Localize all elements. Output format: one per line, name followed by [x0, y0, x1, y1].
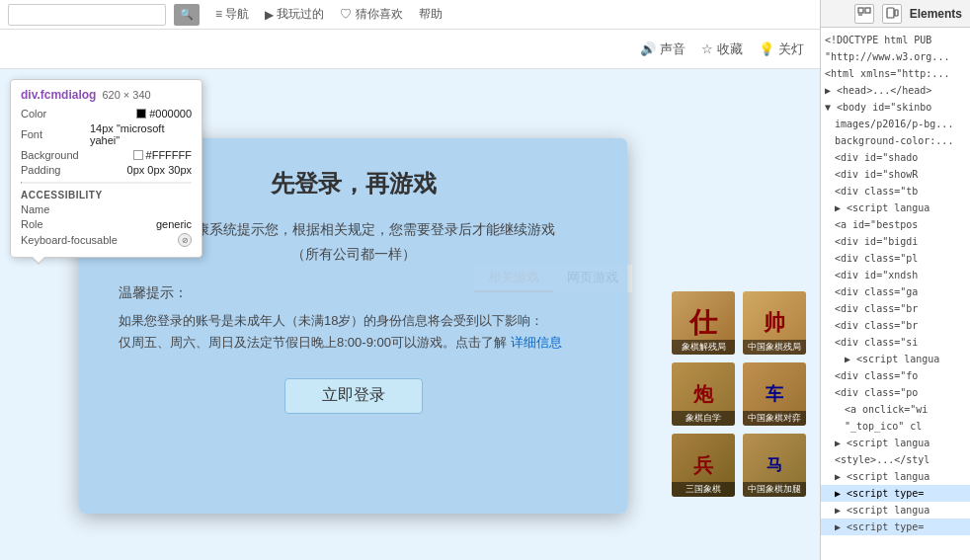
light-toggle[interactable]: 💡 关灯: [759, 40, 804, 58]
login-button[interactable]: 立即登录: [284, 378, 423, 414]
inspect-element-btn[interactable]: [854, 4, 874, 24]
search-button[interactable]: 🔍: [174, 4, 200, 26]
dialog-warning-title: 温馨提示：: [119, 284, 188, 302]
favorite-button[interactable]: ☆ 收藏: [701, 40, 743, 58]
bg-swatch-icon: [133, 150, 143, 160]
inspector-color-row: Color #000000: [21, 108, 192, 120]
game-thumb-2[interactable]: 帅 中国象棋残局: [743, 291, 806, 355]
tree-line-6[interactable]: background-color:...: [821, 132, 970, 149]
device-toggle-btn[interactable]: [882, 4, 902, 24]
tree-line-27[interactable]: ▶ <script type=: [821, 485, 970, 502]
tree-line-25[interactable]: <style>...</styl: [821, 451, 970, 468]
inspector-popup: div.fcmdialog 620 × 340 Color #000000 Fo…: [10, 79, 202, 258]
game-thumb-3[interactable]: 炮 象棋自学: [672, 362, 735, 426]
game-label-2: 中国象棋残局: [743, 340, 806, 355]
game-thumb-6[interactable]: 马 中国象棋加腿: [743, 434, 806, 497]
a11y-role-row: Role generic: [21, 218, 192, 230]
tree-line-7[interactable]: <div id="shado: [821, 149, 970, 166]
tree-line-12[interactable]: <div id="bigdi: [821, 233, 970, 250]
padding-value: 0px 0px 30px: [127, 164, 192, 176]
light-icon: 💡: [759, 41, 774, 56]
a11y-focusable-label: Keyboard-focusable: [21, 234, 118, 246]
game-label-1: 象棋解残局: [672, 340, 735, 355]
star-icon: ☆: [701, 41, 713, 56]
nav-links: ≡ 导航 ▶ 我玩过的 ♡ 猜你喜欢 帮助: [215, 6, 443, 23]
tree-line-0[interactable]: <!DOCTYPE html PUB: [821, 32, 970, 48]
color-value: #000000: [136, 108, 192, 120]
warning-link[interactable]: 详细信息: [511, 335, 562, 350]
inspector-padding-row: Padding 0px 0px 30px: [21, 164, 192, 176]
tree-line-26[interactable]: ▶ <script langua: [821, 468, 970, 485]
dialog-warning-text: 如果您登录的账号是未成年人（未满18岁）的身份信息将会受到以下影响： 仅周五、周…: [119, 310, 562, 354]
sound-icon: 🔊: [640, 41, 656, 56]
inspector-font-row: Font 14px "microsoft yahei": [21, 122, 192, 146]
inspector-size: 620 × 340: [102, 89, 150, 101]
nav-link-help[interactable]: 帮助: [419, 6, 443, 23]
tree-line-8[interactable]: <div id="showR: [821, 166, 970, 183]
tree-line-21[interactable]: <div class="po: [821, 384, 970, 401]
browser-content: 🔍 ≡ 导航 ▶ 我玩过的 ♡ 猜你喜欢 帮助 🔊 声音 ☆ 收藏 💡 关灯: [0, 0, 820, 560]
tree-line-1[interactable]: "http://www.w3.org...: [821, 48, 970, 65]
bg-value: #FFFFFF: [133, 149, 192, 161]
tree-line-22[interactable]: <a onclick="wi: [821, 401, 970, 418]
svg-rect-1: [865, 8, 870, 13]
inspector-bg-row: Background #FFFFFF: [21, 149, 192, 161]
tree-line-13[interactable]: <div class="pl: [821, 250, 970, 267]
a11y-focusable-row: Keyboard-focusable ⊘: [21, 233, 192, 247]
a11y-focusable-value: ⊘: [178, 233, 192, 247]
tree-line-4[interactable]: ▼ <body id="skinbo: [821, 99, 970, 116]
tree-line-11[interactable]: <a id="bestpos: [821, 216, 970, 233]
tree-line-24[interactable]: ▶ <script langua: [821, 435, 970, 451]
game-thumb-5[interactable]: 兵 三国象棋: [672, 434, 735, 497]
nav-bar: 🔍 ≡ 导航 ▶ 我玩过的 ♡ 猜你喜欢 帮助: [0, 0, 820, 30]
search-input[interactable]: [8, 4, 166, 26]
color-swatch-icon: [136, 109, 146, 119]
tree-line-19[interactable]: ▶ <script langua: [821, 351, 970, 367]
elements-tree[interactable]: <!DOCTYPE html PUB"http://www.w3.org...<…: [821, 28, 970, 560]
tree-line-2[interactable]: <html xmlns="http:...: [821, 65, 970, 82]
elements-tab[interactable]: Elements: [910, 7, 962, 21]
tree-line-29[interactable]: ▶ <script type=: [821, 519, 970, 535]
dialog-title: 先登录，再游戏: [271, 168, 437, 200]
inspector-element-name: div.fcmdialog: [21, 88, 96, 102]
devtools-panel: Elements <!DOCTYPE html PUB"http://www.w…: [820, 0, 970, 560]
tree-line-5[interactable]: images/p2016/p-bg...: [821, 116, 970, 132]
nav-link-nav[interactable]: ≡ 导航: [215, 6, 249, 23]
tree-line-28[interactable]: ▶ <script langua: [821, 502, 970, 519]
game-header: 🔊 声音 ☆ 收藏 💡 关灯: [0, 30, 820, 69]
sound-toggle[interactable]: 🔊 声音: [640, 40, 686, 58]
svg-rect-3: [887, 8, 894, 18]
tree-line-10[interactable]: ▶ <script langua: [821, 200, 970, 216]
tree-line-9[interactable]: <div class="tb: [821, 183, 970, 200]
game-thumb-4[interactable]: 车 中国象棋对弈: [743, 362, 806, 426]
padding-label: Padding: [21, 164, 90, 176]
game-label-3: 象棋自学: [672, 411, 735, 426]
game-thumb-1[interactable]: 仕 象棋解残局: [672, 291, 735, 355]
tree-line-23[interactable]: "_top_ico" cl: [821, 418, 970, 435]
tree-line-15[interactable]: <div class="ga: [821, 283, 970, 300]
game-label-4: 中国象棋对弈: [743, 411, 806, 426]
nav-link-played[interactable]: ▶ 我玩过的: [265, 6, 324, 23]
side-games: 仕 象棋解残局 帅 中国象棋残局 炮 象棋自学 车 中国象棋对弈: [672, 291, 810, 497]
nav-link-recommend[interactable]: ♡ 猜你喜欢: [340, 6, 402, 23]
svg-rect-0: [858, 8, 863, 13]
tree-line-18[interactable]: <div class="si: [821, 334, 970, 351]
tree-line-16[interactable]: <div class="br: [821, 300, 970, 317]
a11y-role-value: generic: [156, 218, 192, 230]
font-label: Font: [21, 128, 90, 140]
game-label-5: 三国象棋: [672, 482, 735, 497]
tree-line-3[interactable]: ▶ <head>...</head>: [821, 82, 970, 99]
keyboard-focusable-icon: ⊘: [178, 233, 192, 247]
font-value: 14px "microsoft yahei": [90, 122, 192, 146]
tree-line-20[interactable]: <div class="fo: [821, 367, 970, 384]
color-label: Color: [21, 108, 90, 120]
dialog-subtitle: 4399健康系统提示您，根据相关规定，您需要登录后才能继续游戏 （所有公司都一样…: [151, 217, 555, 267]
devtools-header: Elements: [821, 0, 970, 28]
a11y-name-label: Name: [21, 203, 90, 215]
tree-line-17[interactable]: <div class="br: [821, 317, 970, 334]
a11y-name-row: Name: [21, 203, 192, 215]
game-label-6: 中国象棋加腿: [743, 482, 806, 497]
tree-line-14[interactable]: <div id="xndsh: [821, 267, 970, 283]
a11y-section: ACCESSIBILITY: [21, 190, 192, 200]
a11y-role-label: Role: [21, 218, 90, 230]
